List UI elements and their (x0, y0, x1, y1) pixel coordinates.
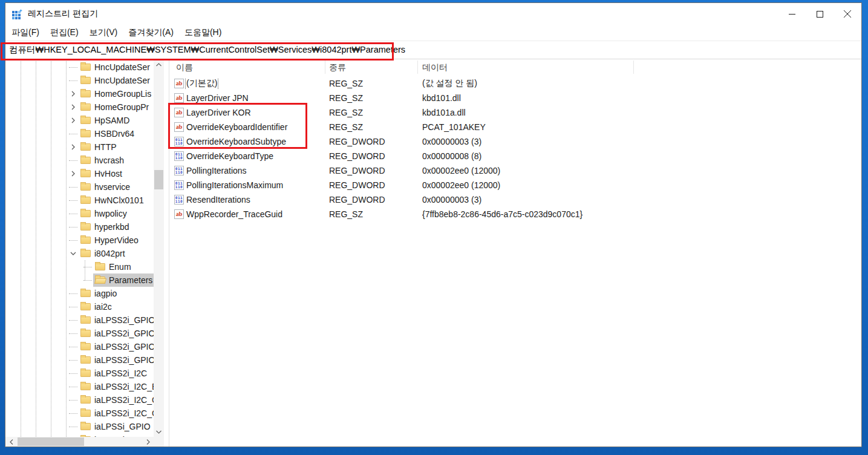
tree-connector (82, 273, 93, 287)
tree-expander[interactable] (68, 100, 79, 114)
tree-item-HncUpdateSer[interactable]: HncUpdateSer (5, 61, 154, 74)
column-separator[interactable] (633, 61, 634, 74)
value-row-PollingIterations[interactable]: 011110PollingIterationsREG_DWORD0x00002e… (171, 163, 861, 178)
address-bar-input[interactable]: 컴퓨터₩HKEY_LOCAL_MACHINE₩SYSTEM₩CurrentCon… (5, 41, 861, 59)
menu-item-파일[interactable]: 파일(F) (6, 25, 45, 41)
tree-item-body[interactable]: iagpio (79, 287, 154, 300)
value-row-OverrideKeyboardType[interactable]: 011110OverrideKeyboardTypeREG_DWORD0x000… (171, 149, 861, 163)
value-row-[interactable]: ab(기본값)REG_SZ(값 설정 안 됨) (171, 76, 861, 91)
tree-item-hwpolicy[interactable]: hwpolicy (5, 207, 154, 220)
tree-item-body[interactable]: iaLPSSi_GPIO (79, 420, 154, 433)
tree-item-body[interactable]: Enum (93, 260, 154, 273)
tree-connector (68, 420, 79, 433)
tree-item-body[interactable]: HyperVideo (79, 234, 154, 247)
horizontal-scroll-thumb[interactable] (18, 437, 84, 446)
tree-item-iaLPSS2i_I2C_B[interactable]: iaLPSS2i_I2C_B (5, 380, 154, 393)
tree-item-HomeGroupPr[interactable]: HomeGroupPr (5, 100, 154, 114)
tree-item-body[interactable]: i8042prt (79, 247, 154, 260)
tree-item-HomeGroupLis[interactable]: HomeGroupLis (5, 87, 154, 100)
tree-item-Parameters[interactable]: Parameters (5, 273, 154, 287)
chevron-right-icon (70, 171, 76, 177)
tree-item-iaLPSS2i_I2C_C[interactable]: iaLPSS2i_I2C_C (5, 393, 154, 407)
tree-item-body[interactable]: hvcrash (79, 154, 154, 167)
tree-expander[interactable] (68, 167, 79, 180)
tree-item-iaLPSS2i_I2C[interactable]: iaLPSS2i_I2C (5, 367, 154, 380)
tree-item-iaLPSS2i_I2C_G[interactable]: iaLPSS2i_I2C_G (5, 407, 154, 420)
tree-item-body[interactable]: HwNClx0101 (79, 194, 154, 207)
tree-vertical-scrollbar[interactable] (154, 59, 164, 437)
tree-expander[interactable] (68, 140, 79, 154)
tree-item-HSBDrv64[interactable]: HSBDrv64 (5, 127, 154, 140)
tree-item-body[interactable]: Parameters (93, 273, 154, 287)
tree-item-body[interactable]: HomeGroupPr (79, 100, 154, 114)
tree-item-iaLPSS2i_GPIO[interactable]: iaLPSS2i_GPIO (5, 313, 154, 327)
tree-item-body[interactable]: HvHost (79, 167, 154, 180)
tree-item-HyperVideo[interactable]: HyperVideo (5, 234, 154, 247)
tree-item-iaLPSS2i_GPIO[interactable]: iaLPSS2i_GPIO (5, 353, 154, 367)
value-row-PollingIterationsMaximum[interactable]: 011110PollingIterationsMaximumREG_DWORD0… (171, 178, 861, 192)
scroll-down-button[interactable] (154, 427, 164, 437)
tree-item-body[interactable]: hvservice (79, 180, 154, 194)
pane-divider[interactable] (169, 59, 169, 447)
value-data: kbd101.dll (417, 93, 633, 103)
tree-horizontal-scrollbar[interactable] (5, 437, 164, 447)
tree-item-hvservice[interactable]: hvservice (5, 180, 154, 194)
column-separator[interactable] (325, 61, 325, 74)
value-row-ResendIterations[interactable]: 011110ResendIterationsREG_DWORD0x0000000… (171, 192, 861, 207)
tree-item-Enum[interactable]: Enum (5, 260, 154, 273)
menu-item-보기[interactable]: 보기(V) (84, 25, 123, 41)
tree-expander[interactable] (68, 114, 79, 127)
tree-item-body[interactable]: HpSAMD (79, 114, 154, 127)
tree-item-body[interactable]: hwpolicy (79, 207, 154, 220)
tree-item-body[interactable]: HncUpdateSer (79, 61, 154, 74)
tree-item-body[interactable]: iaLPSS2i_I2C_G (79, 407, 154, 420)
column-separator[interactable] (417, 61, 418, 74)
value-row-WppRecorder_TraceGuid[interactable]: abWppRecorder_TraceGuidREG_SZ{7ffb8eb8-2… (171, 207, 861, 221)
tree-expander[interactable] (68, 247, 79, 260)
tree-item-HwNClx0101[interactable]: HwNClx0101 (5, 194, 154, 207)
tree-expander[interactable] (68, 87, 79, 100)
tree-item-hyperkbd[interactable]: hyperkbd (5, 220, 154, 234)
tree-item-iaLPSSi_GPIO[interactable]: iaLPSSi_GPIO (5, 420, 154, 433)
menu-item-도움말[interactable]: 도움말(H) (179, 25, 227, 41)
column-header-data[interactable]: 데이터 (417, 59, 633, 76)
tree-item-iai2c[interactable]: iai2c (5, 300, 154, 313)
minimize-button[interactable] (778, 3, 806, 25)
tree-item-body[interactable]: HSBDrv64 (79, 127, 154, 140)
value-row-OverrideKeyboardIdentifier[interactable]: abOverrideKeyboardIdentifierREG_SZPCAT_1… (171, 120, 861, 134)
tree-item-HpSAMD[interactable]: HpSAMD (5, 114, 154, 127)
scroll-left-button[interactable] (7, 437, 16, 447)
tree-item-body[interactable]: iaLPSS2i_GPIO (79, 340, 154, 353)
tree-item-body[interactable]: iaLPSS2i_I2C_C (79, 393, 154, 407)
scroll-up-button[interactable] (154, 59, 164, 70)
menu-item-즐겨찾기[interactable]: 즐겨찾기(A) (123, 25, 179, 41)
menu-item-편집[interactable]: 편집(E) (45, 25, 84, 41)
scroll-right-button[interactable] (143, 437, 153, 447)
tree-item-iaLPSS2i_GPIO[interactable]: iaLPSS2i_GPIO (5, 340, 154, 353)
tree-item-body[interactable]: HncUpdateSer (79, 74, 154, 87)
value-row-LayerDriverJPN[interactable]: abLayerDriver JPNREG_SZkbd101.dll (171, 91, 861, 105)
tree-item-iaLPSS2i_GPIO[interactable]: iaLPSS2i_GPIO (5, 327, 154, 340)
tree-item-i8042prt[interactable]: i8042prt (5, 247, 154, 260)
tree-item-body[interactable]: iaLPSS2i_I2C (79, 367, 154, 380)
tree-item-HTTP[interactable]: HTTP (5, 140, 154, 154)
column-header-name[interactable]: 이름 (171, 59, 325, 76)
tree-item-body[interactable]: hyperkbd (79, 220, 154, 234)
tree-item-body[interactable]: iaLPSS2i_GPIO (79, 313, 154, 327)
tree-item-body[interactable]: iaLPSS2i_I2C_B (79, 380, 154, 393)
tree-item-HvHost[interactable]: HvHost (5, 167, 154, 180)
column-header-type[interactable]: 종류 (325, 59, 417, 76)
maximize-button[interactable] (806, 3, 834, 25)
tree-item-body[interactable]: HomeGroupLis (79, 87, 154, 100)
tree-item-body[interactable]: iai2c (79, 300, 154, 313)
tree-item-iagpio[interactable]: iagpio (5, 287, 154, 300)
tree-item-body[interactable]: iaLPSS2i_GPIO (79, 353, 154, 367)
value-row-LayerDriverKOR[interactable]: abLayerDriver KORREG_SZkbd101a.dll (171, 105, 861, 120)
tree-item-hvcrash[interactable]: hvcrash (5, 154, 154, 167)
value-row-OverrideKeyboardSubtype[interactable]: 011110OverrideKeyboardSubtypeREG_DWORD0x… (171, 134, 861, 149)
tree-item-body[interactable]: HTTP (79, 140, 154, 154)
close-button[interactable] (834, 3, 861, 25)
tree-item-HncUpdateSer[interactable]: HncUpdateSer (5, 74, 154, 87)
tree-item-body[interactable]: iaLPSS2i_GPIO (79, 327, 154, 340)
vertical-scroll-thumb[interactable] (154, 170, 163, 189)
